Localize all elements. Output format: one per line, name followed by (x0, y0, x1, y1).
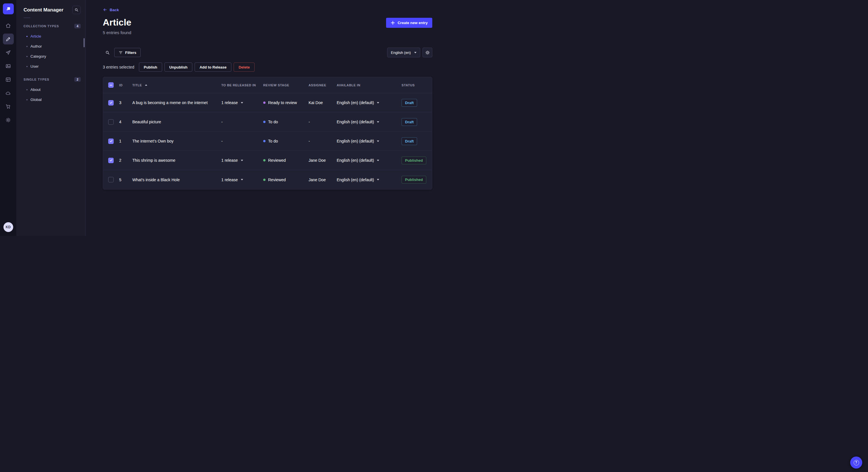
available-in-cell: English (en) (default) (337, 120, 402, 124)
column-header-title-label: TITLE (132, 83, 142, 87)
gear-icon (5, 117, 11, 123)
create-entry-button[interactable]: Create new entry (386, 18, 432, 28)
column-header-title[interactable]: TITLE (132, 83, 221, 87)
strapi-logo[interactable] (3, 3, 14, 14)
release-caret[interactable] (241, 102, 243, 103)
gear-icon (425, 50, 430, 55)
nav-rail-icons (3, 20, 14, 125)
release-cell: 1 release (221, 100, 263, 105)
review-stage-label: To do (268, 139, 278, 143)
sidebar-item-user[interactable]: User (17, 61, 85, 71)
sidebar-scrollbar-thumb[interactable] (84, 38, 85, 47)
sidebar-item-global[interactable]: Global (17, 95, 85, 105)
column-header-status[interactable]: STATUS (402, 83, 432, 87)
sidebar-item-label: Article (30, 34, 41, 38)
available-in-caret[interactable] (377, 121, 379, 123)
nav-deploy[interactable] (3, 88, 14, 98)
nav-home[interactable] (3, 20, 14, 31)
view-settings-button[interactable] (423, 47, 432, 57)
locale-select[interactable]: English (en) (387, 47, 420, 57)
filter-icon (119, 50, 123, 55)
select-all-cell (103, 82, 119, 88)
column-header-review-stage[interactable]: REVIEW STAGE (263, 83, 309, 87)
table-row[interactable]: 4 Beautiful picture - To do - English (e… (103, 112, 432, 132)
nav-content-manager[interactable] (3, 34, 14, 44)
status-badge: Published (402, 157, 426, 164)
status-cell: Published (402, 157, 432, 164)
column-header-assignee[interactable]: ASSIGNEE (309, 83, 337, 87)
status-badge: Draft (402, 99, 417, 107)
nav-media-library[interactable] (3, 61, 14, 71)
entry-title: What's inside a Black Hole (132, 177, 221, 182)
entry-title: This shrimp is awesome (132, 158, 221, 163)
section-single-types: SINGLE TYPES 2 (17, 74, 85, 85)
nav-marketplace[interactable] (3, 101, 14, 112)
row-checkbox[interactable] (108, 158, 114, 163)
release-caret[interactable] (241, 179, 243, 180)
available-in-caret[interactable] (377, 102, 379, 103)
assignee: Jane Doe (309, 158, 337, 163)
sort-asc-icon (145, 84, 147, 86)
available-in-caret[interactable] (377, 179, 379, 180)
review-stage-label: To do (268, 120, 278, 124)
row-checkbox[interactable] (108, 177, 114, 182)
row-checkbox[interactable] (108, 119, 114, 125)
release-caret[interactable] (241, 160, 243, 161)
section-collection-types: COLLECTION TYPES 4 (17, 21, 85, 31)
column-header-release[interactable]: TO BE RELEASED IN (221, 83, 263, 87)
table-row[interactable]: 2 This shrimp is awesome 1 release Revie… (103, 151, 432, 170)
nav-releases[interactable] (3, 47, 14, 58)
review-stage-cell: Ready to review (263, 100, 309, 105)
review-stage-dot (263, 159, 266, 162)
review-stage-dot (263, 121, 266, 123)
sidebar-item-author[interactable]: Author (17, 41, 85, 51)
assignee: Kai Doe (309, 100, 337, 105)
select-all-checkbox[interactable] (108, 82, 114, 88)
search-button[interactable] (103, 48, 112, 57)
page-header-text: Article 5 entries found (103, 17, 131, 35)
pen-icon (5, 36, 11, 42)
sidebar-item-category[interactable]: Category (17, 51, 85, 61)
status-cell: Draft (402, 137, 432, 145)
column-header-available-in[interactable]: AVAILABLE IN (337, 83, 402, 87)
table-row[interactable]: 5 What's inside a Black Hole 1 release R… (103, 170, 432, 189)
sidebar-item-article[interactable]: Article (17, 31, 85, 41)
sidebar-search-button[interactable] (72, 6, 81, 14)
available-in-caret[interactable] (377, 160, 379, 161)
nav-settings[interactable] (3, 114, 14, 125)
review-stage-cell: To do (263, 139, 309, 143)
bullet-icon (26, 36, 28, 37)
review-stage-dot (263, 102, 266, 104)
row-checkbox[interactable] (108, 138, 114, 144)
table-row[interactable]: 3 A bug is becoming a meme on the intern… (103, 93, 432, 112)
release-count: - (221, 139, 223, 143)
delete-button[interactable]: Delete (234, 63, 255, 72)
assignee: Jane Doe (309, 177, 337, 182)
table-row[interactable]: 1 The internet's Own boy - To do - Engli… (103, 132, 432, 151)
release-count: 1 release (221, 100, 238, 105)
main-nav-rail: KD (0, 0, 17, 236)
add-to-release-button[interactable]: Add to Release (195, 63, 231, 72)
row-checkbox-cell (103, 158, 119, 163)
collection-types-count-badge: 4 (74, 24, 81, 28)
row-checkbox[interactable] (108, 100, 114, 105)
available-in-cell: English (en) (default) (337, 139, 402, 143)
unpublish-button[interactable]: Unpublish (164, 63, 193, 72)
content-manager-sidebar: Content Manager COLLECTION TYPES 4 Artic… (17, 0, 86, 236)
column-header-id[interactable]: ID (119, 83, 132, 87)
toolbar-right: English (en) (387, 47, 432, 57)
sidebar-item-about[interactable]: About (17, 85, 85, 95)
nav-content-type-builder[interactable] (3, 74, 14, 85)
main-content: Back Article 5 entries found Create new … (86, 0, 434, 236)
sidebar-header: Content Manager (17, 0, 85, 16)
available-in-caret[interactable] (377, 140, 379, 142)
selection-bar: 3 entries selected Publish Unpublish Add… (103, 63, 432, 72)
user-avatar[interactable]: KD (3, 222, 13, 232)
entries-count: 5 entries found (103, 30, 131, 35)
publish-button[interactable]: Publish (139, 63, 162, 72)
plus-icon (391, 21, 395, 25)
back-link[interactable]: Back (103, 7, 119, 12)
available-in-cell: English (en) (default) (337, 158, 402, 163)
available-in-label: English (en) (default) (337, 120, 374, 124)
filters-button[interactable]: Filters (114, 48, 141, 57)
